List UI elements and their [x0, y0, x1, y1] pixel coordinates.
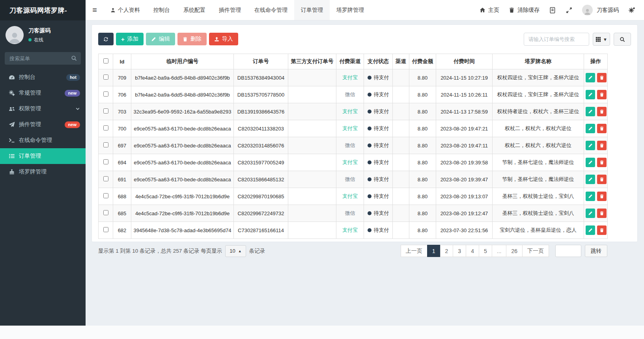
row-delete-button[interactable] — [597, 192, 607, 201]
row-checkbox[interactable] — [103, 91, 108, 97]
tab-orders[interactable]: 订单管理 — [294, 0, 330, 20]
table-row: 700e9ce0575-aa63-6170-bede-dcd8b26eaacaC… — [99, 120, 608, 137]
refresh-icon — [103, 37, 108, 42]
home-icon — [480, 7, 485, 13]
row-checkbox[interactable] — [103, 193, 108, 198]
import-button[interactable]: 导入 — [209, 33, 238, 45]
row-delete-button[interactable] — [597, 209, 607, 218]
hamburger-icon[interactable]: ≡ — [86, 0, 104, 20]
sidebar-item-dashboard[interactable]: 控制台 hot — [0, 69, 86, 85]
status-dot-icon — [368, 76, 371, 80]
row-checkbox[interactable] — [103, 210, 108, 215]
search-icon[interactable] — [71, 55, 77, 61]
home-label: 主页 — [488, 7, 499, 14]
row-qudao — [393, 171, 409, 188]
row-checkbox[interactable] — [103, 142, 108, 147]
main-content: +添加 编辑 删除 导入 — [86, 20, 644, 326]
language-icon[interactable] — [549, 7, 556, 14]
settings-gear-icon[interactable] — [628, 7, 635, 14]
page-number-button[interactable]: 3 — [453, 245, 466, 257]
row-delete-button[interactable] — [597, 90, 607, 99]
row-edit-button[interactable] — [586, 192, 595, 201]
home-link[interactable]: 主页 — [480, 7, 499, 14]
sidebar-item-general[interactable]: 常规管理 new — [0, 85, 86, 101]
add-button[interactable]: +添加 — [116, 33, 144, 45]
row-third-no — [288, 86, 336, 103]
row-edit-button[interactable] — [586, 141, 595, 150]
pencil-icon — [588, 160, 593, 165]
row-edit-button[interactable] — [586, 73, 595, 82]
row-checkbox[interactable] — [103, 125, 108, 130]
app-logo[interactable]: 刀客源码网塔罗牌- — [0, 0, 86, 20]
row-actions — [584, 188, 608, 205]
row-edit-button[interactable] — [586, 225, 595, 235]
sidebar-item-orders[interactable]: 订单管理 — [0, 148, 86, 164]
row-delete-button[interactable] — [597, 141, 607, 150]
sidebar-item-plugins[interactable]: 插件管理 new — [0, 117, 86, 132]
col-tarot: 塔罗牌名称 — [493, 54, 584, 69]
delete-button[interactable]: 删除 — [177, 33, 207, 45]
prev-page-button[interactable]: 上一页 — [401, 245, 427, 257]
row-edit-button[interactable] — [586, 175, 595, 184]
page-number-button[interactable]: 4 — [466, 245, 479, 257]
tab-tarot[interactable]: 塔罗牌管理 — [330, 0, 371, 20]
row-order-no: C820299672249732 — [234, 205, 288, 222]
sidebar-search — [5, 52, 81, 65]
row-edit-button[interactable] — [586, 124, 595, 133]
tab-profile[interactable]: 个人资料 — [104, 0, 147, 20]
row-edit-button[interactable] — [586, 158, 595, 167]
new-badge: new — [65, 90, 80, 97]
page-number-button[interactable]: 1 — [427, 245, 441, 257]
row-tarot-names: 权杖二，权杖六，权杖六逆位 — [493, 137, 584, 154]
order-search-input[interactable] — [524, 33, 589, 46]
edit-button[interactable]: 编辑 — [146, 33, 175, 45]
clear-cache-link[interactable]: 清除缓存 — [509, 7, 539, 14]
row-qudao — [393, 205, 409, 222]
tab-system-config[interactable]: 系统配置 — [177, 0, 212, 20]
row-edit-button[interactable] — [586, 209, 595, 218]
user-menu[interactable]: 刀客源码 — [582, 5, 619, 15]
online-dot-icon — [28, 38, 32, 41]
sidebar-item-permissions[interactable]: 权限管理 — [0, 101, 86, 117]
select-all-checkbox[interactable] — [103, 58, 108, 63]
row-actions — [584, 205, 608, 222]
sidebar-item-label: 权限管理 — [19, 105, 41, 112]
col-user-code: 临时用户编号 — [131, 54, 234, 69]
row-checkbox[interactable] — [103, 227, 108, 232]
row-delete-button[interactable] — [597, 158, 607, 167]
row-third-no — [288, 154, 336, 171]
sidebar-item-online-commands[interactable]: 在线命令管理 — [0, 132, 86, 148]
row-checkbox[interactable] — [103, 176, 108, 181]
select-all-header — [99, 54, 113, 69]
page-number-button[interactable]: 5 — [479, 245, 492, 257]
refresh-button[interactable] — [98, 33, 114, 45]
tab-label: 插件管理 — [219, 7, 241, 14]
next-page-button[interactable]: 下一页 — [522, 245, 549, 257]
search-button[interactable] — [614, 33, 631, 46]
tab-online-commands[interactable]: 在线命令管理 — [248, 0, 294, 20]
fullscreen-icon[interactable] — [566, 7, 573, 14]
row-delete-button[interactable] — [597, 124, 607, 133]
row-edit-button[interactable] — [586, 107, 595, 116]
row-delete-button[interactable] — [597, 175, 607, 184]
row-checkbox[interactable] — [103, 75, 108, 80]
columns-toggle-button[interactable]: ▼ — [593, 33, 610, 46]
jump-button[interactable]: 跳转 — [585, 245, 607, 257]
menu-search-input[interactable] — [5, 52, 81, 65]
row-delete-button[interactable] — [597, 107, 607, 116]
row-tarot-names: 权杖二，权杖六，权杖六逆位 — [493, 120, 584, 137]
page-number-button[interactable]: 26 — [506, 245, 523, 257]
sidebar-item-tarot[interactable]: 塔罗牌管理 — [0, 164, 86, 180]
page-size-select[interactable]: 10 ▲ — [225, 245, 246, 257]
row-delete-button[interactable] — [597, 73, 607, 82]
row-checkbox[interactable] — [103, 108, 108, 114]
tab-plugins[interactable]: 插件管理 — [212, 0, 248, 20]
sidebar-menu: 控制台 hot 常规管理 new 权限管理 插件管理 new 在线命令管理 — [0, 69, 86, 180]
row-edit-button[interactable] — [586, 90, 595, 99]
row-delete-button[interactable] — [597, 225, 607, 235]
jump-page-input[interactable] — [555, 245, 581, 257]
row-checkbox[interactable] — [103, 159, 108, 164]
tab-dashboard[interactable]: 控制台 — [147, 0, 177, 20]
page-number-button[interactable]: 2 — [440, 245, 454, 257]
trash-icon — [599, 194, 604, 199]
